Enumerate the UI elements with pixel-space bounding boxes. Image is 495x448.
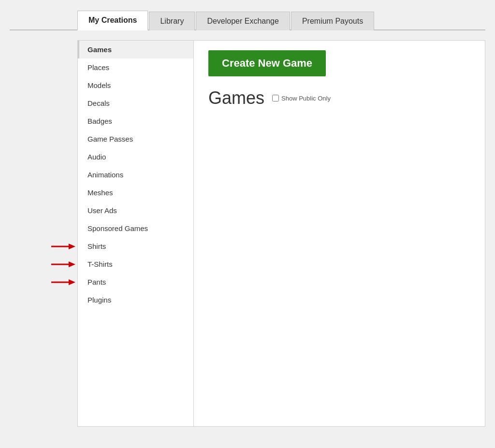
sidebar-item-decals[interactable]: Decals — [78, 94, 193, 112]
show-public-text: Show Public Only — [281, 95, 331, 102]
sidebar-item-models[interactable]: Models — [78, 76, 193, 94]
sidebar-item-animations[interactable]: Animations — [78, 166, 193, 184]
sidebar-item-label-shirts: Shirts — [87, 242, 106, 250]
sidebar-item-game-passes[interactable]: Game Passes — [78, 130, 193, 148]
sidebar-item-label-pants: Pants — [87, 278, 106, 286]
sidebar-item-label-models: Models — [87, 81, 111, 89]
svg-marker-3 — [69, 261, 75, 267]
content-area: Create New Game Games Show Public Only — [194, 41, 485, 426]
sidebar-item-label-animations: Animations — [87, 171, 123, 179]
tab-developer-exchange[interactable]: Developer Exchange — [196, 12, 290, 30]
sidebar-item-places[interactable]: Places — [78, 58, 193, 76]
sidebar-item-label-games: Games — [87, 45, 112, 54]
tab-library[interactable]: Library — [149, 12, 195, 30]
sidebar-item-plugins[interactable]: Plugins — [78, 291, 193, 309]
show-public-label[interactable]: Show Public Only — [272, 95, 331, 102]
sidebar-item-label-game-passes: Game Passes — [87, 135, 133, 143]
sidebar-item-t-shirts[interactable]: T-Shirts — [78, 255, 193, 273]
sidebar-item-sponsored-games[interactable]: Sponsored Games — [78, 219, 193, 237]
sidebar-item-label-badges: Badges — [87, 117, 112, 125]
sidebar-item-label-plugins: Plugins — [87, 296, 111, 304]
sidebar-item-games[interactable]: Games — [78, 41, 193, 58]
svg-marker-1 — [69, 244, 75, 249]
svg-marker-5 — [69, 279, 75, 285]
sidebar-item-label-audio: Audio — [87, 153, 106, 161]
sidebar-item-shirts[interactable]: Shirts — [78, 237, 193, 255]
sidebar-item-label-meshes: Meshes — [87, 188, 113, 197]
sidebar-item-user-ads[interactable]: User Ads — [78, 202, 193, 219]
arrow-icon-pants — [51, 277, 75, 287]
games-section-title: Games Show Public Only — [208, 88, 470, 108]
sidebar-item-pants[interactable]: Pants — [78, 273, 193, 291]
arrow-icon-t-shirts — [51, 260, 75, 269]
show-public-checkbox[interactable] — [272, 95, 279, 101]
tabs-bar: My CreationsLibraryDeveloper ExchangePre… — [10, 10, 485, 30]
page-wrapper: My CreationsLibraryDeveloper ExchangePre… — [0, 0, 495, 448]
arrow-icon-shirts — [51, 242, 75, 251]
games-title-text: Games — [208, 88, 264, 108]
create-new-game-button[interactable]: Create New Game — [208, 50, 326, 76]
sidebar-item-badges[interactable]: Badges — [78, 112, 193, 130]
sidebar-item-label-user-ads: User Ads — [87, 206, 117, 215]
tab-premium-payouts[interactable]: Premium Payouts — [291, 12, 374, 30]
sidebar: GamesPlacesModelsDecalsBadgesGame Passes… — [78, 41, 194, 426]
tab-my-creations[interactable]: My Creations — [77, 11, 148, 30]
sidebar-item-label-decals: Decals — [87, 99, 110, 107]
sidebar-item-label-t-shirts: T-Shirts — [87, 260, 113, 268]
sidebar-item-audio[interactable]: Audio — [78, 148, 193, 166]
sidebar-item-label-sponsored-games: Sponsored Games — [87, 224, 148, 232]
sidebar-item-label-places: Places — [87, 63, 109, 72]
sidebar-item-meshes[interactable]: Meshes — [78, 184, 193, 202]
main-content: GamesPlacesModelsDecalsBadgesGame Passes… — [77, 40, 485, 427]
